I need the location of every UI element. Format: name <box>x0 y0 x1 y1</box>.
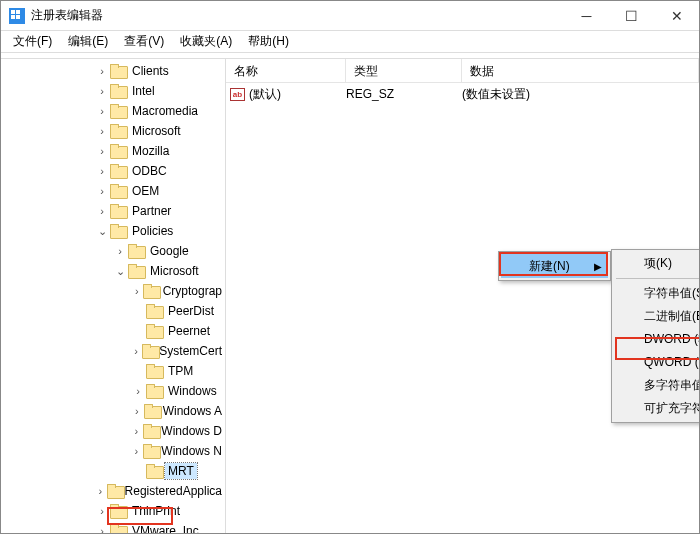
tree-node-microsoft[interactable]: ›Microsoft <box>1 121 225 141</box>
tree-label: Windows D <box>158 423 225 439</box>
tree-node-partner[interactable]: ›Partner <box>1 201 225 221</box>
tree-node-odbc[interactable]: ›ODBC <box>1 161 225 181</box>
col-name[interactable]: 名称 <box>226 59 346 82</box>
tree-node-tpm[interactable]: TPM <box>1 361 225 381</box>
folder-icon <box>110 505 126 518</box>
close-button[interactable]: ✕ <box>654 1 699 30</box>
tree-node-cryptograp[interactable]: ›Cryptograp <box>1 281 225 301</box>
tree-label: Microsoft <box>129 123 184 139</box>
tree-label: SystemCert <box>156 343 225 359</box>
tree-node-peerdist[interactable]: PeerDist <box>1 301 225 321</box>
col-type[interactable]: 类型 <box>346 59 462 82</box>
tree-node-mozilla[interactable]: ›Mozilla <box>1 141 225 161</box>
folder-icon <box>110 145 126 158</box>
tree-label: Clients <box>129 63 172 79</box>
menuitem-string[interactable]: 字符串值(S) <box>614 282 699 305</box>
string-value-icon: ab <box>230 88 245 101</box>
tree-node-windows-a[interactable]: ›Windows A <box>1 401 225 421</box>
col-data[interactable]: 数据 <box>462 59 699 82</box>
tree-node-oem[interactable]: ›OEM <box>1 181 225 201</box>
menuitem-multi[interactable]: 多字符串值(M) <box>614 374 699 397</box>
folder-icon <box>110 125 126 138</box>
folder-icon <box>107 485 119 498</box>
tree-label: Intel <box>129 83 158 99</box>
tree-node-mrt[interactable]: MRT <box>1 461 225 481</box>
expand-toggle[interactable]: › <box>95 65 109 77</box>
expand-toggle[interactable]: ⌄ <box>113 265 127 278</box>
context-menu-main: 新建(N)▶ <box>498 251 611 281</box>
expand-toggle[interactable]: › <box>131 345 141 357</box>
expand-toggle[interactable]: ⌄ <box>95 225 109 238</box>
expand-toggle[interactable]: › <box>95 125 109 137</box>
menu-file[interactable]: 文件(F) <box>7 31 58 52</box>
menuitem-new[interactable]: 新建(N)▶ <box>501 254 608 278</box>
expand-toggle[interactable]: › <box>95 185 109 197</box>
tree-label: MRT <box>165 463 197 479</box>
folder-icon <box>110 65 126 78</box>
tree-label: Partner <box>129 203 174 219</box>
tree-node-windows-n[interactable]: ›Windows N <box>1 441 225 461</box>
expand-toggle[interactable]: › <box>131 385 145 397</box>
expand-toggle[interactable]: › <box>95 485 106 497</box>
tree-node-microsoft[interactable]: ⌄Microsoft <box>1 261 225 281</box>
folder-icon <box>143 445 155 458</box>
expand-toggle[interactable]: › <box>95 145 109 157</box>
tree-node-thinprint[interactable]: ›ThinPrint <box>1 501 225 521</box>
value-row-default[interactable]: ab(默认) REG_SZ (数值未设置) <box>226 83 699 105</box>
expand-toggle[interactable]: › <box>131 405 143 417</box>
column-headers[interactable]: 名称 类型 数据 <box>226 59 699 83</box>
tree-node-intel[interactable]: ›Intel <box>1 81 225 101</box>
titlebar[interactable]: 注册表编辑器 ─ ☐ ✕ <box>1 1 699 31</box>
tree-node-systemcert[interactable]: ›SystemCert <box>1 341 225 361</box>
menuitem-dword[interactable]: DWORD (32 位)值(D) <box>614 328 699 351</box>
menuitem-binary[interactable]: 二进制值(B) <box>614 305 699 328</box>
tree-node-vmware-inc-[interactable]: ›VMware, Inc. <box>1 521 225 533</box>
menubar: 文件(F) 编辑(E) 查看(V) 收藏夹(A) 帮助(H) <box>1 31 699 53</box>
expand-toggle[interactable]: › <box>95 105 109 117</box>
menu-favorites[interactable]: 收藏夹(A) <box>174 31 238 52</box>
tree-node-clients[interactable]: ›Clients <box>1 61 225 81</box>
maximize-button[interactable]: ☐ <box>609 1 654 30</box>
tree-node-policies[interactable]: ⌄Policies <box>1 221 225 241</box>
expand-toggle[interactable]: › <box>95 205 109 217</box>
folder-icon <box>146 325 162 338</box>
menu-edit[interactable]: 编辑(E) <box>62 31 114 52</box>
folder-icon <box>128 245 144 258</box>
tree-node-macromedia[interactable]: ›Macromedia <box>1 101 225 121</box>
minimize-button[interactable]: ─ <box>564 1 609 30</box>
list-panel[interactable]: 名称 类型 数据 ab(默认) REG_SZ (数值未设置) 新建(N)▶ 项(… <box>226 59 699 533</box>
app-icon <box>9 8 25 24</box>
folder-icon <box>110 525 126 534</box>
expand-toggle[interactable]: › <box>95 165 109 177</box>
expand-toggle[interactable]: › <box>113 245 127 257</box>
tree-label: VMware, Inc. <box>129 523 205 533</box>
tree-node-peernet[interactable]: Peernet <box>1 321 225 341</box>
menuitem-qword[interactable]: QWORD (64 位)值(Q) <box>614 351 699 374</box>
expand-toggle[interactable]: › <box>131 285 142 297</box>
tree-node-windows-d[interactable]: ›Windows D <box>1 421 225 441</box>
folder-icon <box>143 425 155 438</box>
tree-node-registeredapplica[interactable]: ›RegisteredApplica <box>1 481 225 501</box>
menuitem-expand[interactable]: 可扩充字符串值(E) <box>614 397 699 420</box>
expand-toggle[interactable]: › <box>95 85 109 97</box>
tree-label: Policies <box>129 223 176 239</box>
tree-label: ODBC <box>129 163 170 179</box>
tree-node-windows[interactable]: ›Windows <box>1 381 225 401</box>
expand-toggle[interactable]: › <box>95 525 109 533</box>
expand-toggle[interactable]: › <box>95 505 109 517</box>
folder-icon <box>110 105 126 118</box>
menuitem-key[interactable]: 项(K) <box>614 252 699 275</box>
svg-rect-3 <box>11 15 15 19</box>
tree-panel[interactable]: ›Clients›Intel›Macromedia›Microsoft›Mozi… <box>1 59 226 533</box>
submenu-arrow-icon: ▶ <box>594 261 602 272</box>
context-menu-new: 项(K) 字符串值(S) 二进制值(B) DWORD (32 位)值(D) QW… <box>611 249 699 423</box>
tree-label: Peernet <box>165 323 213 339</box>
folder-icon <box>146 305 162 318</box>
menu-view[interactable]: 查看(V) <box>118 31 170 52</box>
tree-node-google[interactable]: ›Google <box>1 241 225 261</box>
expand-toggle[interactable]: › <box>131 425 142 437</box>
tree-label: OEM <box>129 183 162 199</box>
regedit-window: 注册表编辑器 ─ ☐ ✕ 文件(F) 编辑(E) 查看(V) 收藏夹(A) 帮助… <box>0 0 700 534</box>
expand-toggle[interactable]: › <box>131 445 142 457</box>
menu-help[interactable]: 帮助(H) <box>242 31 295 52</box>
